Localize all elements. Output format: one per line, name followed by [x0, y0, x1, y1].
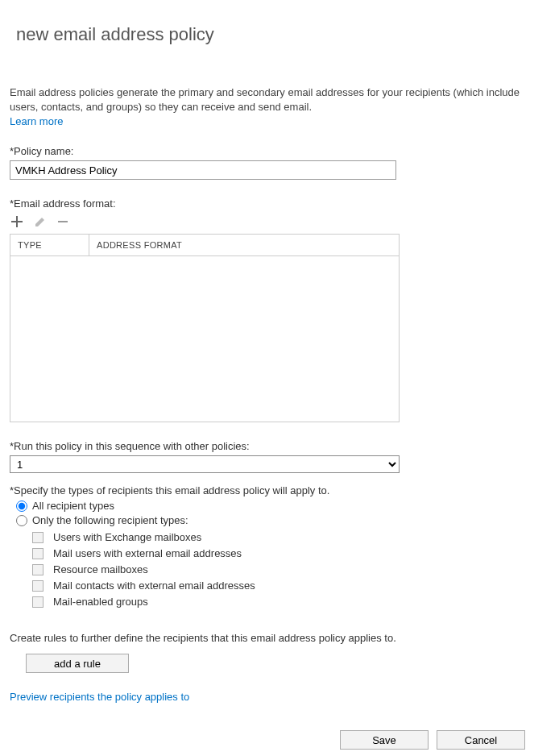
- preview-recipients-link[interactable]: Preview recipients the policy applies to: [10, 691, 189, 703]
- checkbox-label: Resource mailboxes: [53, 563, 148, 575]
- checkbox-mail-enabled-groups[interactable]: Mail-enabled groups: [32, 596, 549, 608]
- cancel-button[interactable]: Cancel: [437, 730, 525, 750]
- edit-icon: [34, 215, 47, 228]
- radio-all-recipients-label: All recipient types: [32, 500, 114, 512]
- checkbox-mail-users-external-input: [32, 548, 43, 559]
- page-title: new email address policy: [16, 24, 549, 45]
- svg-rect-0: [58, 221, 68, 222]
- radio-only-recipients[interactable]: Only the following recipient types:: [16, 514, 549, 526]
- checkbox-resource-mailboxes[interactable]: Resource mailboxes: [32, 563, 549, 575]
- radio-only-recipients-label: Only the following recipient types:: [32, 514, 188, 526]
- checkbox-label: Mail contacts with external email addres…: [53, 579, 255, 592]
- policy-name-label: *Policy name:: [10, 145, 549, 157]
- policy-description: Email address policies generate the prim…: [10, 85, 549, 114]
- column-header-type[interactable]: TYPE: [10, 235, 89, 255]
- email-format-grid: TYPE ADDRESS FORMAT: [10, 234, 400, 422]
- recipient-types-label: *Specify the types of recipients this em…: [10, 484, 549, 496]
- checkbox-resource-mailboxes-input: [32, 564, 43, 575]
- add-rule-button[interactable]: add a rule: [26, 654, 129, 673]
- checkbox-users-exchange-input: [32, 532, 43, 543]
- checkbox-users-exchange[interactable]: Users with Exchange mailboxes: [32, 531, 549, 543]
- checkbox-mail-users-external[interactable]: Mail users with external email addresses: [32, 547, 549, 559]
- rules-label: Create rules to further define the recip…: [10, 632, 549, 644]
- policy-name-input[interactable]: [10, 160, 396, 180]
- add-icon[interactable]: [10, 214, 24, 229]
- radio-all-recipients[interactable]: All recipient types: [16, 500, 549, 512]
- checkbox-label: Mail users with external email addresses: [53, 547, 242, 559]
- remove-icon: [56, 215, 69, 228]
- sequence-select[interactable]: 1: [10, 455, 400, 473]
- sequence-label: *Run this policy in this sequence with o…: [10, 440, 549, 452]
- learn-more-link[interactable]: Learn more: [10, 115, 63, 127]
- checkbox-mail-enabled-groups-input: [32, 596, 43, 608]
- radio-only-recipients-input[interactable]: [16, 515, 27, 526]
- email-format-label: *Email address format:: [10, 197, 549, 210]
- email-format-grid-body[interactable]: [10, 256, 399, 422]
- checkbox-label: Mail-enabled groups: [53, 596, 148, 608]
- checkbox-mail-contacts-external[interactable]: Mail contacts with external email addres…: [32, 579, 549, 592]
- radio-all-recipients-input[interactable]: [16, 501, 27, 512]
- save-button[interactable]: Save: [340, 730, 429, 750]
- column-header-address-format[interactable]: ADDRESS FORMAT: [89, 235, 399, 255]
- checkbox-label: Users with Exchange mailboxes: [53, 531, 201, 543]
- checkbox-mail-contacts-external-input: [32, 580, 43, 592]
